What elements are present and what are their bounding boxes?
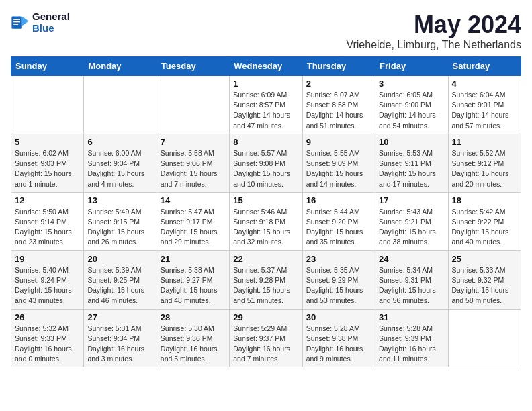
weekday-header-wednesday: Wednesday: [230, 57, 302, 76]
day-number: 24: [379, 254, 444, 264]
calendar-day-cell: 14Sunrise: 5:47 AMSunset: 9:17 PMDayligh…: [157, 192, 229, 250]
calendar-day-cell: 25Sunrise: 5:33 AMSunset: 9:32 PMDayligh…: [448, 250, 521, 309]
day-number: 7: [161, 137, 226, 147]
day-number: 14: [161, 195, 226, 205]
day-info: Sunrise: 5:37 AMSunset: 9:28 PMDaylight:…: [233, 265, 298, 306]
svg-rect-2: [13, 19, 20, 20]
day-number: 10: [379, 137, 444, 147]
day-info: Sunrise: 5:33 AMSunset: 9:32 PMDaylight:…: [452, 265, 517, 306]
day-info: Sunrise: 5:38 AMSunset: 9:27 PMDaylight:…: [161, 265, 226, 306]
day-number: 16: [306, 195, 371, 205]
logo-text: General Blue: [32, 11, 70, 34]
day-info: Sunrise: 5:50 AMSunset: 9:14 PMDaylight:…: [15, 207, 80, 248]
day-number: 9: [306, 137, 371, 147]
day-info: Sunrise: 5:35 AMSunset: 9:29 PMDaylight:…: [306, 265, 371, 306]
calendar-week-row: 19Sunrise: 5:40 AMSunset: 9:24 PMDayligh…: [11, 250, 521, 309]
day-number: 21: [161, 254, 226, 264]
calendar-week-row: 5Sunrise: 6:02 AMSunset: 9:03 PMDaylight…: [11, 134, 521, 192]
day-info: Sunrise: 5:39 AMSunset: 9:25 PMDaylight:…: [87, 265, 152, 306]
day-number: 20: [87, 254, 152, 264]
title-area: May 2024 Vrieheide, Limburg, The Netherl…: [346, 11, 521, 51]
calendar-day-cell: 10Sunrise: 5:53 AMSunset: 9:11 PMDayligh…: [375, 134, 448, 192]
calendar-day-cell: 30Sunrise: 5:28 AMSunset: 9:38 PMDayligh…: [302, 309, 375, 367]
day-info: Sunrise: 5:28 AMSunset: 9:39 PMDaylight:…: [379, 324, 444, 365]
calendar-day-cell: 26Sunrise: 5:32 AMSunset: 9:33 PMDayligh…: [11, 309, 84, 367]
calendar-day-cell: 27Sunrise: 5:31 AMSunset: 9:34 PMDayligh…: [84, 309, 157, 367]
calendar-day-cell: 31Sunrise: 5:28 AMSunset: 9:39 PMDayligh…: [375, 309, 448, 367]
day-number: 23: [306, 254, 371, 264]
calendar-day-cell: 12Sunrise: 5:50 AMSunset: 9:14 PMDayligh…: [11, 192, 84, 250]
day-info: Sunrise: 5:47 AMSunset: 9:17 PMDaylight:…: [161, 207, 226, 248]
calendar-day-cell: 23Sunrise: 5:35 AMSunset: 9:29 PMDayligh…: [302, 250, 375, 309]
svg-rect-4: [13, 24, 18, 25]
day-info: Sunrise: 5:34 AMSunset: 9:31 PMDaylight:…: [379, 265, 444, 306]
day-info: Sunrise: 5:53 AMSunset: 9:11 PMDaylight:…: [379, 148, 444, 189]
weekday-header-friday: Friday: [375, 57, 448, 76]
weekday-header-thursday: Thursday: [302, 57, 375, 76]
calendar-day-cell: 21Sunrise: 5:38 AMSunset: 9:27 PMDayligh…: [157, 250, 229, 309]
day-info: Sunrise: 5:40 AMSunset: 9:24 PMDaylight:…: [15, 265, 80, 306]
calendar-week-row: 12Sunrise: 5:50 AMSunset: 9:14 PMDayligh…: [11, 192, 521, 250]
day-number: 22: [233, 254, 298, 264]
svg-rect-3: [13, 21, 20, 23]
day-number: 15: [233, 195, 298, 205]
day-number: 2: [306, 79, 371, 89]
day-number: 18: [452, 195, 517, 205]
month-title: May 2024: [346, 11, 521, 39]
calendar-day-cell: 24Sunrise: 5:34 AMSunset: 9:31 PMDayligh…: [375, 250, 448, 309]
day-number: 13: [87, 195, 152, 205]
day-info: Sunrise: 5:44 AMSunset: 9:20 PMDaylight:…: [306, 207, 371, 248]
day-info: Sunrise: 5:28 AMSunset: 9:38 PMDaylight:…: [306, 324, 371, 365]
day-number: 27: [87, 312, 152, 322]
calendar-day-cell: 22Sunrise: 5:37 AMSunset: 9:28 PMDayligh…: [230, 250, 302, 309]
calendar-day-cell: 16Sunrise: 5:44 AMSunset: 9:20 PMDayligh…: [302, 192, 375, 250]
calendar-day-cell: 4Sunrise: 6:04 AMSunset: 9:01 PMDaylight…: [448, 76, 521, 134]
weekday-header-sunday: Sunday: [11, 57, 84, 76]
day-info: Sunrise: 5:31 AMSunset: 9:34 PMDaylight:…: [87, 324, 152, 365]
calendar-day-cell: 15Sunrise: 5:46 AMSunset: 9:18 PMDayligh…: [230, 192, 302, 250]
page-header: General Blue May 2024 Vrieheide, Limburg…: [11, 11, 521, 51]
svg-marker-1: [22, 17, 29, 26]
day-info: Sunrise: 5:52 AMSunset: 9:12 PMDaylight:…: [452, 148, 517, 189]
calendar-table: SundayMondayTuesdayWednesdayThursdayFrid…: [11, 56, 521, 367]
empty-day-cell: [11, 76, 84, 134]
day-info: Sunrise: 5:49 AMSunset: 9:15 PMDaylight:…: [87, 207, 152, 248]
calendar-day-cell: 5Sunrise: 6:02 AMSunset: 9:03 PMDaylight…: [11, 134, 84, 192]
weekday-header-row: SundayMondayTuesdayWednesdayThursdayFrid…: [11, 57, 521, 76]
calendar-day-cell: 1Sunrise: 6:09 AMSunset: 8:57 PMDaylight…: [230, 76, 302, 134]
calendar-day-cell: 6Sunrise: 6:00 AMSunset: 9:04 PMDaylight…: [84, 134, 157, 192]
day-info: Sunrise: 6:04 AMSunset: 9:01 PMDaylight:…: [452, 90, 517, 131]
day-number: 3: [379, 79, 444, 89]
svg-rect-0: [11, 17, 21, 29]
calendar-day-cell: 7Sunrise: 5:58 AMSunset: 9:06 PMDaylight…: [157, 134, 229, 192]
day-number: 26: [15, 312, 80, 322]
calendar-day-cell: 9Sunrise: 5:55 AMSunset: 9:09 PMDaylight…: [302, 134, 375, 192]
calendar-day-cell: 11Sunrise: 5:52 AMSunset: 9:12 PMDayligh…: [448, 134, 521, 192]
day-number: 29: [233, 312, 298, 322]
day-number: 8: [233, 137, 298, 147]
day-info: Sunrise: 5:57 AMSunset: 9:08 PMDaylight:…: [233, 148, 298, 189]
day-info: Sunrise: 6:09 AMSunset: 8:57 PMDaylight:…: [233, 90, 298, 131]
day-number: 12: [15, 195, 80, 205]
day-number: 4: [452, 79, 517, 89]
day-info: Sunrise: 5:32 AMSunset: 9:33 PMDaylight:…: [15, 324, 80, 365]
calendar-day-cell: 18Sunrise: 5:42 AMSunset: 9:22 PMDayligh…: [448, 192, 521, 250]
logo: General Blue: [11, 11, 70, 34]
calendar-day-cell: 8Sunrise: 5:57 AMSunset: 9:08 PMDaylight…: [230, 134, 302, 192]
calendar-day-cell: 28Sunrise: 5:30 AMSunset: 9:36 PMDayligh…: [157, 309, 229, 367]
day-info: Sunrise: 6:07 AMSunset: 8:58 PMDaylight:…: [306, 90, 371, 131]
day-info: Sunrise: 5:43 AMSunset: 9:21 PMDaylight:…: [379, 207, 444, 248]
day-info: Sunrise: 5:55 AMSunset: 9:09 PMDaylight:…: [306, 148, 371, 189]
calendar-day-cell: 29Sunrise: 5:29 AMSunset: 9:37 PMDayligh…: [230, 309, 302, 367]
logo-icon: [11, 13, 30, 32]
day-info: Sunrise: 6:05 AMSunset: 9:00 PMDaylight:…: [379, 90, 444, 131]
day-number: 19: [15, 254, 80, 264]
empty-day-cell: [84, 76, 157, 134]
day-number: 11: [452, 137, 517, 147]
day-number: 31: [379, 312, 444, 322]
calendar-week-row: 26Sunrise: 5:32 AMSunset: 9:33 PMDayligh…: [11, 309, 521, 367]
day-info: Sunrise: 5:42 AMSunset: 9:22 PMDaylight:…: [452, 207, 517, 248]
day-info: Sunrise: 6:00 AMSunset: 9:04 PMDaylight:…: [87, 148, 152, 189]
day-info: Sunrise: 5:29 AMSunset: 9:37 PMDaylight:…: [233, 324, 298, 365]
calendar-day-cell: 2Sunrise: 6:07 AMSunset: 8:58 PMDaylight…: [302, 76, 375, 134]
